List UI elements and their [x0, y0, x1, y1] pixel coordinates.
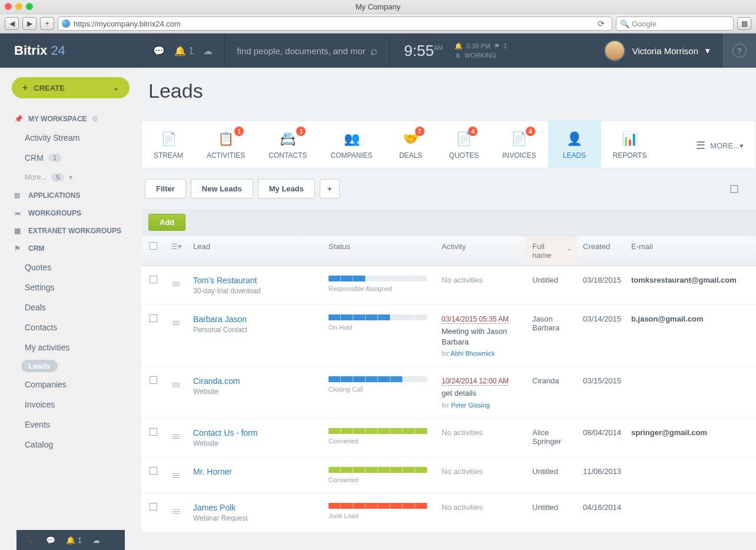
col-email[interactable]: E-mail	[625, 236, 756, 266]
minimize-window-button[interactable]	[15, 3, 22, 10]
header-menu-icon[interactable]: ☰▾	[165, 236, 187, 266]
sidebar-item-leads[interactable]: Leads	[21, 360, 58, 372]
url-text: https://mycompany.bitrix24.com	[74, 19, 181, 28]
url-bar[interactable]: https://mycompany.bitrix24.com ⟳	[58, 16, 612, 31]
activity-person-link[interactable]: Abhi Bhowmick	[450, 350, 495, 357]
col-status[interactable]: Status	[323, 236, 436, 266]
filter-new-leads[interactable]: New Leads	[191, 179, 253, 198]
row-checkbox[interactable]	[150, 428, 157, 436]
tab-invoices[interactable]: 4📄INVOICES	[490, 121, 548, 168]
create-button[interactable]: + CREATE ⌄	[12, 77, 130, 98]
row-checkbox[interactable]	[150, 467, 157, 475]
lead-link[interactable]: Mr. Horner	[193, 467, 317, 476]
lead-source: Website	[193, 387, 317, 396]
lead-link[interactable]: Ciranda.com	[193, 376, 317, 386]
tab-contacts[interactable]: 1📇CONTACTS	[257, 121, 319, 168]
app-header: Bitrix 24 💬 🔔 1 ☁ find people, documents…	[0, 34, 756, 68]
section-crm[interactable]: ⚑ CRM	[0, 240, 141, 257]
window-controls	[5, 3, 33, 10]
tab-activities[interactable]: 1📋ACTIVITIES	[195, 121, 257, 168]
sidebar-item-companies[interactable]: Companies	[0, 375, 141, 395]
row-checkbox[interactable]	[150, 376, 157, 384]
sidebar-item-deals[interactable]: Deals	[0, 297, 141, 317]
activity-date[interactable]: 10/24/2014 12:00 AM	[442, 377, 509, 386]
sidebar-item-events[interactable]: Events	[0, 415, 141, 435]
sidebar-item-invoices[interactable]: Invoices	[0, 395, 141, 415]
lead-link[interactable]: Tom's Restaurant	[193, 276, 317, 285]
zoom-window-button[interactable]	[26, 3, 33, 10]
add-filter-button[interactable]: +	[320, 179, 340, 198]
sidebar-item-settings[interactable]: Settings	[0, 277, 141, 297]
lead-link[interactable]: James Polk	[193, 503, 317, 512]
row-menu[interactable]	[165, 367, 187, 396]
status-bar[interactable]	[329, 467, 427, 473]
status-bar[interactable]	[329, 276, 427, 281]
filter-row: FilterNew LeadsMy Leads+	[141, 168, 756, 209]
gear-icon[interactable]: ⚙	[92, 115, 98, 123]
created-date: 04/16/2014	[577, 493, 625, 521]
section-workgroups[interactable]: ⫘ WORKGROUPS	[0, 204, 141, 222]
status-bar[interactable]	[329, 428, 427, 434]
reload-icon[interactable]: ⟳	[594, 19, 608, 28]
row-menu[interactable]	[165, 305, 187, 334]
tab-quotes[interactable]: 4📄QUOTES	[437, 121, 491, 168]
sidebar-item-more-[interactable]: More...5 ▾	[0, 168, 141, 187]
lead-link[interactable]: Contact Us - form	[193, 428, 317, 438]
tab-leads[interactable]: 👤LEADS	[548, 121, 601, 168]
browser-search[interactable]: 🔍 Google	[616, 16, 734, 31]
view-toggle[interactable]	[730, 185, 738, 193]
tab-deals[interactable]: 7🤝DEALS	[384, 121, 437, 168]
no-activity: No activities	[442, 276, 520, 284]
help-button[interactable]: ?	[722, 34, 756, 68]
full-name: Untitled	[526, 266, 577, 294]
chat-icon[interactable]: 💬	[153, 45, 165, 57]
filter-my-leads[interactable]: My Leads	[258, 179, 315, 198]
filter-filter[interactable]: Filter	[145, 179, 186, 198]
tab-companies[interactable]: 👥COMPANIES	[319, 121, 384, 168]
status-bar[interactable]	[329, 314, 427, 320]
email: tomksrestaurant@gmail.com	[625, 266, 756, 294]
bell-icon[interactable]: 🔔 1	[174, 45, 194, 57]
global-search[interactable]: find people, documents, and mor ⌕	[224, 34, 389, 68]
row-menu[interactable]	[165, 419, 187, 448]
sidebar-item-activity-stream[interactable]: Activity Stream	[0, 128, 141, 148]
section-applications[interactable]: ⊞ APPLICATIONS	[0, 187, 141, 204]
avatar	[604, 40, 625, 61]
tab-more[interactable]: ☰ MORE... ▾	[684, 121, 755, 168]
user-menu[interactable]: Victoria Morrison ▾	[592, 40, 722, 61]
col-full-name[interactable]: Full name⌃	[526, 236, 577, 266]
activity-date[interactable]: 03/14/2015 05:35 AM	[442, 315, 509, 324]
sidebar-item-contacts[interactable]: Contacts	[0, 317, 141, 337]
col-activity[interactable]: Activity	[436, 236, 526, 266]
activity-person-link[interactable]: Peter Gissing	[451, 402, 490, 409]
cloud-icon[interactable]: ☁	[203, 45, 213, 57]
row-checkbox[interactable]	[150, 503, 157, 511]
add-button[interactable]: Add	[148, 214, 185, 231]
back-button[interactable]: ◀	[5, 17, 19, 30]
lead-link[interactable]: Barbara Jason	[193, 314, 317, 324]
row-menu[interactable]	[165, 458, 187, 487]
col-lead[interactable]: Lead	[187, 236, 323, 266]
row-checkbox[interactable]	[150, 276, 157, 283]
section-extranet[interactable]: ▦ EXTRANET WORKGROUPS	[0, 222, 141, 240]
sidebar-item-crm[interactable]: CRM1	[0, 148, 141, 168]
tab-stream[interactable]: 📄STREAM	[142, 121, 195, 168]
logo[interactable]: Bitrix 24	[0, 43, 141, 58]
forward-button[interactable]: ▶	[22, 17, 37, 30]
clock-widget[interactable]: 9:55AM 🔔5:39 PM ⚑1 ⏸WORKING	[389, 34, 521, 68]
sidebar-item-my-activities[interactable]: My activities	[0, 337, 141, 357]
row-menu[interactable]	[165, 493, 187, 523]
tabs-button[interactable]: ▦	[737, 17, 751, 30]
select-all-checkbox[interactable]	[150, 242, 157, 250]
tab-reports[interactable]: 📊REPORTS	[601, 121, 659, 168]
section-workspace[interactable]: 📌 MY WORKSPACE ⚙	[0, 110, 141, 128]
sidebar-item-quotes[interactable]: Quotes	[0, 257, 141, 277]
add-bookmark-button[interactable]: +	[40, 17, 54, 30]
row-checkbox[interactable]	[150, 314, 157, 322]
row-menu[interactable]	[165, 266, 187, 296]
status-bar[interactable]	[329, 503, 427, 509]
status-bar[interactable]	[329, 376, 427, 382]
col-created[interactable]: Created	[577, 236, 625, 266]
sidebar-item-catalog[interactable]: Catalog	[0, 435, 141, 455]
close-window-button[interactable]	[5, 3, 12, 10]
